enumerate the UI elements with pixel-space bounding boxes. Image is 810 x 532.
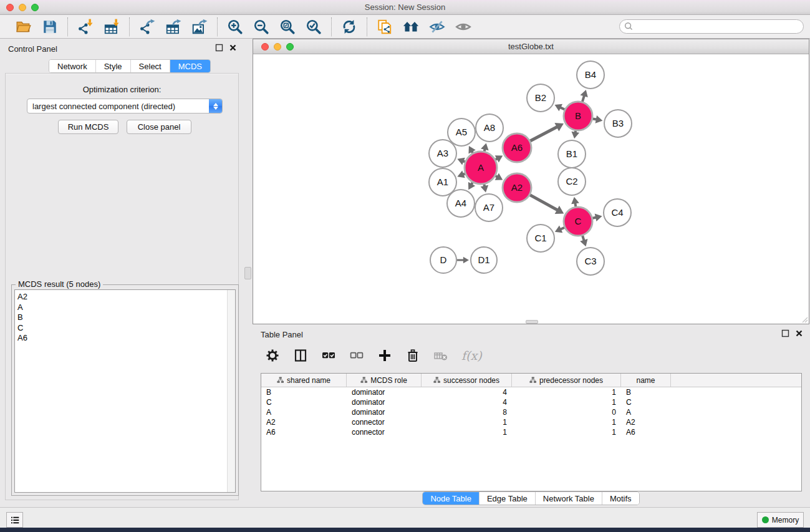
table-cell: A2 — [261, 418, 347, 427]
vertical-split-handle[interactable] — [244, 267, 251, 279]
table-row[interactable]: Adominator80A — [261, 407, 801, 417]
tab-network-table[interactable]: Network Table — [536, 492, 602, 505]
zoom-in-icon[interactable] — [226, 18, 244, 36]
control-panel-title: Control Panel — [8, 44, 57, 54]
tab-node-table[interactable]: Node Table — [423, 492, 480, 505]
close-table-panel-icon[interactable] — [795, 329, 803, 339]
desktop-background — [0, 528, 810, 532]
table-cell: A — [621, 408, 671, 417]
float-table-panel-icon[interactable] — [781, 329, 789, 339]
settings-gear-icon[interactable] — [264, 347, 281, 364]
zoom-out-icon[interactable] — [253, 18, 270, 36]
result-item[interactable]: A — [15, 302, 235, 313]
float-panel-icon[interactable] — [215, 44, 223, 54]
result-item[interactable]: B — [15, 312, 235, 323]
optimization-criterion-select[interactable]: largest connected component (directed) — [27, 99, 223, 114]
table-row[interactable]: A6connector11A6 — [261, 427, 801, 437]
tab-edge-table[interactable]: Edge Table — [480, 492, 536, 505]
first-neighbors-icon[interactable] — [402, 18, 420, 36]
mcds-tab-content: Optimization criterion: largest connecte… — [5, 73, 239, 500]
node-label-C3: C3 — [584, 256, 596, 266]
column-header-name[interactable]: name — [621, 374, 671, 387]
edge-C-C1[interactable] — [561, 228, 564, 230]
table-cell: A6 — [261, 428, 347, 437]
tab-network[interactable]: Network — [49, 60, 96, 72]
select-all-icon[interactable] — [320, 347, 337, 364]
table-cell: connector — [347, 428, 422, 437]
node-label-B4: B4 — [585, 69, 596, 80]
result-item[interactable]: A6 — [15, 333, 235, 344]
table-cell: 1 — [512, 398, 621, 407]
new-network-from-selection-icon[interactable] — [376, 18, 393, 36]
optimization-criterion-label: Optimization criterion: — [6, 85, 238, 94]
horizontal-split-handle[interactable] — [526, 320, 538, 324]
import-network-icon[interactable] — [77, 18, 94, 36]
edge-C-C3[interactable] — [582, 236, 584, 241]
edge-A6-B[interactable] — [530, 127, 557, 141]
app-titlebar: Session: New Session — [0, 0, 810, 15]
table-cell: A2 — [621, 418, 671, 427]
tab-select[interactable]: Select — [131, 60, 170, 72]
column-header-shared-name[interactable]: shared name — [261, 374, 347, 387]
edge-B-B2[interactable] — [560, 107, 564, 109]
add-column-icon[interactable] — [376, 347, 393, 364]
table-row[interactable]: Cdominator41C — [261, 397, 801, 407]
close-panel-icon[interactable] — [229, 44, 237, 54]
result-item[interactable]: A2 — [15, 292, 235, 302]
node-table[interactable]: shared nameMCDS rolesuccessor nodesprede… — [261, 373, 802, 491]
column-header-successor-nodes[interactable]: successor nodes — [422, 374, 512, 387]
table-row[interactable]: Bdominator41B — [261, 387, 801, 397]
import-table-icon[interactable] — [103, 18, 120, 36]
search-icon — [624, 21, 633, 32]
memory-status-icon — [762, 516, 769, 523]
function-builder-button[interactable]: f(x) — [461, 349, 482, 362]
result-scrollbar[interactable] — [227, 290, 235, 492]
tab-style[interactable]: Style — [96, 60, 131, 72]
refresh-icon[interactable] — [340, 18, 358, 36]
mcds-result-list[interactable]: A2ABCA6 — [14, 289, 236, 493]
search-input[interactable] — [633, 21, 803, 32]
table-cell: 1 — [512, 428, 621, 437]
search-field[interactable] — [619, 19, 804, 34]
memory-button[interactable]: Memory — [757, 512, 804, 528]
table-cell: dominator — [347, 408, 422, 417]
arrowhead-icon — [481, 143, 489, 150]
deselect-all-icon[interactable] — [348, 347, 365, 364]
close-panel-button[interactable]: Close panel — [127, 120, 191, 134]
task-history-button[interactable] — [6, 512, 23, 528]
show-all-icon[interactable] — [455, 18, 472, 36]
table-cell: B — [261, 388, 347, 397]
zoom-fit-icon[interactable] — [279, 18, 296, 36]
run-mcds-button[interactable]: Run MCDS — [58, 120, 118, 134]
table-tabs: Node TableEdge TableNetwork TableMotifs — [422, 491, 639, 505]
save-session-icon[interactable] — [41, 18, 59, 36]
table-row[interactable]: A2connector11A2 — [261, 417, 801, 427]
network-canvas[interactable]: AA1A2A3A4A5A6A7A8BB1B2B3B4CC1C2C3C4DD1 — [253, 54, 809, 324]
tab-motifs[interactable]: Motifs — [602, 492, 639, 505]
export-network-icon[interactable] — [138, 18, 156, 36]
column-header-predecessor-nodes[interactable]: predecessor nodes — [512, 374, 621, 387]
export-image-icon[interactable] — [191, 18, 208, 36]
tree-icon — [529, 377, 536, 384]
network-graph[interactable]: AA1A2A3A4A5A6A7A8BB1B2B3B4CC1C2C3C4DD1 — [253, 54, 809, 324]
control-panel-tabs: NetworkStyleSelectMCDS — [49, 59, 211, 73]
column-layout-icon[interactable] — [292, 347, 309, 364]
resize-grip-icon[interactable] — [801, 316, 808, 323]
result-item[interactable]: C — [15, 323, 235, 334]
table-cell: B — [621, 388, 671, 397]
table-cell: 1 — [512, 388, 621, 397]
hide-selected-icon[interactable] — [428, 18, 446, 36]
table-cell: 1 — [512, 418, 621, 427]
tab-mcds[interactable]: MCDS — [170, 60, 210, 72]
edge-A2-C[interactable] — [530, 195, 557, 210]
column-header-MCDS-role[interactable]: MCDS role — [347, 374, 422, 387]
delete-column-icon[interactable] — [404, 347, 422, 364]
node-label-B2: B2 — [535, 92, 546, 103]
edge-B-B4[interactable] — [582, 95, 584, 102]
node-table-header: shared nameMCDS rolesuccessor nodesprede… — [261, 374, 801, 387]
zoom-selected-icon[interactable] — [305, 18, 322, 36]
open-file-icon[interactable] — [15, 18, 32, 36]
export-table-icon[interactable] — [165, 18, 182, 36]
network-window-titlebar[interactable]: testGlobe.txt — [253, 39, 809, 54]
node-table-body: Bdominator41BCdominator41CAdominator80AA… — [261, 387, 801, 437]
